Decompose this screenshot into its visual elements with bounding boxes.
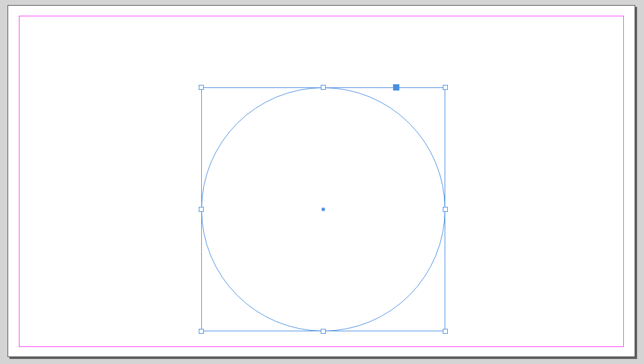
- pasteboard[interactable]: [0, 0, 644, 364]
- selection-handle-s[interactable]: [321, 329, 326, 334]
- selection-handle-w[interactable]: [199, 207, 204, 212]
- selection-handle-ne[interactable]: [443, 85, 448, 90]
- selection-handle-e[interactable]: [443, 207, 448, 212]
- selection-handle-sw[interactable]: [199, 329, 204, 334]
- selection-center-point[interactable]: [322, 208, 325, 211]
- selection-handle-se[interactable]: [443, 329, 448, 334]
- document-page[interactable]: [8, 5, 635, 357]
- selection-handle-n[interactable]: [321, 85, 326, 90]
- selection-handle-nw[interactable]: [199, 85, 204, 90]
- selection-handle-ne-ref[interactable]: [393, 84, 399, 91]
